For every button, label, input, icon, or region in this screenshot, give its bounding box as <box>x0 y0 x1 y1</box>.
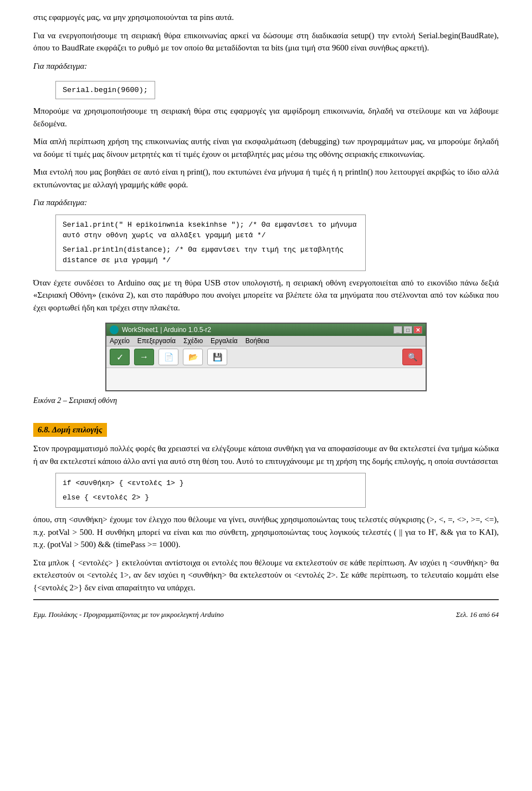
arduino-editor-body <box>106 368 426 390</box>
code-line-3-1: if <συνθήκη> { <εντολές 1> } <box>63 478 359 489</box>
footer-right: Σελ. 16 από 64 <box>456 610 499 619</box>
paragraph-6: Μια εντολή που μας βοηθάει σε αυτό είναι… <box>33 166 499 191</box>
code-line-2-2: Serial.println(distance); /* Θα εμφανίσε… <box>63 244 359 266</box>
verify-button[interactable]: ✓ <box>110 349 130 365</box>
footer-left: Εμμ. Πουλάκης - Προγραμματίζοντας με τον… <box>33 610 224 619</box>
section-heading: 6.8. Δομή επιλογής <box>33 423 107 437</box>
code-block-1: Serial.begin(9600); <box>55 81 155 99</box>
titlebar-buttons: _ □ ✕ <box>393 326 422 334</box>
arduino-titlebar: WorkSheet1 | Arduino 1.0.5-r2 _ □ ✕ <box>106 324 426 336</box>
paragraph-8: Στον προγραμματισμό πολλές φορές θα χρει… <box>33 442 499 467</box>
arduino-toolbar: ✓ → 📄 📂 💾 🔍 <box>106 346 426 368</box>
paragraph-10: Στα μπλοκ { <εντολές> } εκτελούνται αντί… <box>33 557 499 594</box>
upload-button[interactable]: → <box>134 349 154 365</box>
paragraph-9: όπου, στη <συνθήκη> έχουμε τον έλεγχο πο… <box>33 513 499 551</box>
code-text-1: Serial.begin(9600); <box>63 86 148 94</box>
new-button[interactable]: 📄 <box>158 349 178 365</box>
menu-item-archeo[interactable]: Αρχείο <box>110 337 130 345</box>
arduino-title: WorkSheet1 | Arduino 1.0.5-r2 <box>122 326 211 334</box>
paragraph-1: στις εφαρμογές μας, να μην χρησιμοποιούν… <box>33 11 499 24</box>
arduino-menubar: Αρχείο Επεξεργασία Σχέδιο Εργαλεία Βοήθε… <box>106 336 426 346</box>
close-button[interactable]: ✕ <box>413 326 422 334</box>
minimize-button[interactable]: _ <box>393 326 402 334</box>
menu-item-ergaleia[interactable]: Εργαλεία <box>211 337 238 345</box>
arduino-icon <box>110 325 119 334</box>
maximize-button[interactable]: □ <box>403 326 412 334</box>
menu-item-schedio[interactable]: Σχέδιο <box>183 337 203 345</box>
arduino-window: WorkSheet1 | Arduino 1.0.5-r2 _ □ ✕ Αρχε… <box>105 323 427 391</box>
menu-item-voitheia[interactable]: Βοήθεια <box>245 337 269 345</box>
code-block-2: Serial.print(" H epikoinwnia ksekinhse "… <box>55 215 366 271</box>
paragraph-4: Μπορούμε να χρησιμοποιήσουμε τη σειριακή… <box>33 105 499 130</box>
save-button[interactable]: 💾 <box>207 349 227 365</box>
menu-item-epexergasia[interactable]: Επεξεργασία <box>137 337 176 345</box>
code-line-2-1: Serial.print(" H epikoinwnia ksekinhse "… <box>63 220 359 241</box>
section-heading-container: 6.8. Δομή επιλογής <box>33 415 499 442</box>
paragraph-7: Όταν έχετε συνδέσει το Arduino σας με τη… <box>33 277 499 314</box>
footer-bar: Εμμ. Πουλάκης - Προγραμματίζοντας με τον… <box>33 600 499 625</box>
titlebar-left: WorkSheet1 | Arduino 1.0.5-r2 <box>110 325 211 334</box>
figure-caption: Εικόνα 2 – Σειριακή οθόνη <box>33 395 499 406</box>
code-line-3-2: else { <εντολές 2> } <box>63 492 359 503</box>
figure-area: WorkSheet1 | Arduino 1.0.5-r2 _ □ ✕ Αρχε… <box>33 323 499 406</box>
paragraph-3-label: Για παράδειγμα: <box>33 60 499 73</box>
open-button[interactable]: 📂 <box>183 349 203 365</box>
code-block-3: if <συνθήκη> { <εντολές 1> } else { <εντ… <box>55 473 366 508</box>
paragraph-5: Μία απλή περίπτωση χρήση της επικοινωνία… <box>33 135 499 160</box>
serial-monitor-button[interactable]: 🔍 <box>402 349 422 365</box>
paragraph-2: Για να ενεργοποιήσουμε τη σειριακή θύρα … <box>33 29 499 54</box>
paragraph-3b-label: Για παράδειγμα: <box>33 196 499 209</box>
